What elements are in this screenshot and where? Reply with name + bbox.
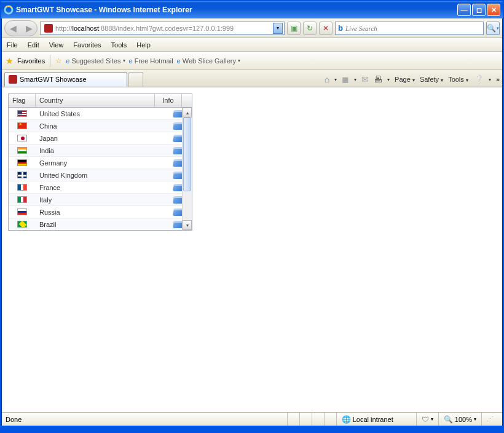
search-box[interactable]: b xyxy=(335,22,484,35)
safety-menu[interactable]: Safety ▾ xyxy=(420,76,443,83)
grid-scrollbar[interactable]: ▴ ▾ xyxy=(182,108,192,230)
status-pane xyxy=(312,413,324,426)
scroll-down-icon[interactable]: ▾ xyxy=(183,220,192,230)
home-icon[interactable]: ⌂ xyxy=(325,74,329,84)
refresh-icon: ↻ xyxy=(307,24,313,33)
resize-grip[interactable]: ⋰ xyxy=(481,413,498,426)
cell-country: Italy xyxy=(36,196,165,204)
cell-flag xyxy=(9,221,36,228)
navigation-row: ◀ ▶ http://localhost:8888/index.html?gwt… xyxy=(2,18,502,38)
mail-icon[interactable]: ✉ xyxy=(361,74,369,84)
table-row[interactable]: United Kingdom xyxy=(9,169,192,181)
menu-bar: File Edit View Favorites Tools Help xyxy=(2,38,502,52)
more-commands-icon[interactable]: » xyxy=(496,76,500,83)
table-row[interactable]: Germany xyxy=(9,157,192,169)
security-zone[interactable]: 🌐 Local intranet xyxy=(336,413,416,426)
menu-favorites[interactable]: Favorites xyxy=(73,41,101,49)
refresh-button[interactable]: ↻ xyxy=(303,22,317,35)
ie-small-icon: e xyxy=(129,57,133,65)
search-input[interactable] xyxy=(345,25,481,32)
zoom-label: 100% xyxy=(455,416,472,423)
table-row[interactable]: United States xyxy=(9,108,192,120)
zoom-control[interactable]: 🔍 100% ▾ xyxy=(438,413,481,426)
page-content: Flag Country Info United StatesChinaJapa… xyxy=(2,87,502,412)
stop-button[interactable]: ✕ xyxy=(319,22,333,35)
country-grid: Flag Country Info United StatesChinaJapa… xyxy=(8,93,192,231)
table-row[interactable]: Japan xyxy=(9,132,192,145)
header-flag[interactable]: Flag xyxy=(9,94,36,107)
address-bar[interactable]: http://localhost:8888/index.html?gwt.cod… xyxy=(40,22,285,35)
suggested-sites-link[interactable]: eSuggested Sites▾ xyxy=(66,57,125,65)
cell-flag xyxy=(9,184,36,191)
table-row[interactable]: China xyxy=(9,120,192,132)
new-tab-button[interactable] xyxy=(128,72,143,87)
scroll-up-icon[interactable]: ▴ xyxy=(183,108,192,117)
forward-icon[interactable]: ▶ xyxy=(22,23,36,33)
ie-small-icon: e xyxy=(66,57,69,65)
cell-flag xyxy=(9,159,36,166)
free-hotmail-link[interactable]: eFree Hotmail xyxy=(129,57,173,65)
menu-view[interactable]: View xyxy=(49,41,64,49)
address-dropdown-icon[interactable]: ▾ xyxy=(273,23,283,34)
print-icon[interactable]: 🖶 xyxy=(374,74,382,84)
protected-mode[interactable]: 🛡 ▾ xyxy=(416,413,438,426)
tab-title: SmartGWT Showcase xyxy=(20,76,87,83)
window-buttons: — ◻ ✕ xyxy=(457,4,500,16)
titlebar: SmartGWT Showcase - Windows Internet Exp… xyxy=(1,1,503,18)
separator xyxy=(50,55,50,67)
flag-icon xyxy=(17,122,27,129)
feeds-icon[interactable]: ◼ xyxy=(342,74,349,84)
favorites-label[interactable]: Favorites xyxy=(17,57,45,65)
add-fav-star-icon[interactable]: ☆ xyxy=(55,57,62,65)
cell-flag xyxy=(9,209,36,215)
zone-icon: 🌐 xyxy=(342,415,351,424)
menu-tools[interactable]: Tools xyxy=(111,41,127,49)
cell-country: United Kingdom xyxy=(36,172,165,179)
dropdown-icon[interactable]: ▾ xyxy=(489,77,491,82)
search-go-button[interactable]: 🔍▾ xyxy=(486,22,500,35)
menu-help[interactable]: Help xyxy=(136,41,151,49)
url-host: localhost xyxy=(73,25,99,32)
cell-flag xyxy=(9,135,36,141)
help-icon[interactable]: ❔ xyxy=(473,74,484,84)
dropdown-icon[interactable]: ▾ xyxy=(354,77,356,82)
page-menu[interactable]: Page ▾ xyxy=(395,76,415,83)
grid-rows: United StatesChinaJapanIndiaGermanyUnite… xyxy=(9,108,192,230)
table-row[interactable]: France xyxy=(9,181,192,194)
free-hotmail-label: Free Hotmail xyxy=(135,57,173,65)
back-icon[interactable]: ◀ xyxy=(6,23,20,33)
search-icon: 🔍 xyxy=(487,24,496,33)
close-button[interactable]: ✕ xyxy=(487,4,500,16)
dropdown-icon[interactable]: ▾ xyxy=(334,77,337,82)
menu-edit[interactable]: Edit xyxy=(28,41,39,49)
table-row[interactable]: Italy xyxy=(9,194,192,206)
tools-label: Tools xyxy=(448,76,464,83)
favorites-star-icon[interactable]: ★ xyxy=(6,56,14,66)
ie-logo-icon xyxy=(4,5,14,15)
cell-flag xyxy=(9,110,36,117)
scroll-thumb[interactable] xyxy=(183,117,191,191)
flag-icon xyxy=(17,147,27,154)
minimize-button[interactable]: — xyxy=(457,4,471,16)
compat-view-button[interactable]: ▣ xyxy=(287,22,301,35)
cell-flag xyxy=(9,172,36,178)
header-country[interactable]: Country xyxy=(36,94,155,107)
cell-country: China xyxy=(36,122,165,130)
flag-icon xyxy=(17,172,27,178)
table-row[interactable]: India xyxy=(9,145,192,157)
table-row[interactable]: Brazil xyxy=(9,218,192,230)
header-info[interactable]: Info xyxy=(155,94,182,107)
table-row[interactable]: Russia xyxy=(9,206,192,218)
menu-file[interactable]: File xyxy=(7,41,18,49)
command-bar: ⌂▾ ◼▾ ✉ 🖶▾ Page ▾ Safety ▾ Tools ▾ ❔▾ » xyxy=(325,74,500,87)
flag-icon xyxy=(17,184,27,191)
webslice-label: Web Slice Gallery xyxy=(183,57,236,65)
tools-menu[interactable]: Tools ▾ xyxy=(448,76,468,83)
back-forward-buttons[interactable]: ◀ ▶ xyxy=(4,20,37,36)
cell-country: United States xyxy=(36,110,165,117)
dropdown-icon[interactable]: ▾ xyxy=(387,77,390,82)
maximize-button[interactable]: ◻ xyxy=(472,4,486,16)
webslice-link[interactable]: eWeb Slice Gallery▾ xyxy=(177,57,240,65)
status-pane xyxy=(299,413,312,426)
tab-smartgwt[interactable]: SmartGWT Showcase xyxy=(4,72,127,87)
